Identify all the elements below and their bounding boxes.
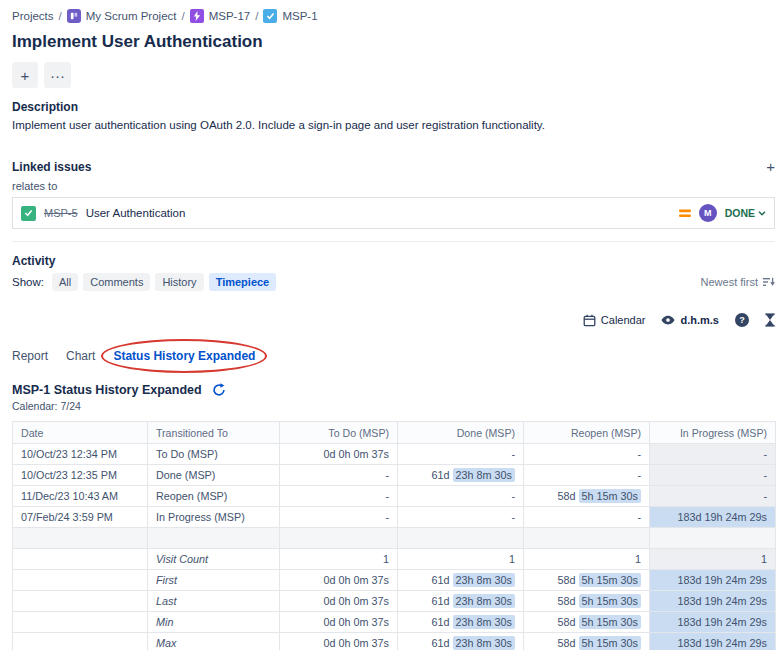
- cell-transition: To Do (MSP): [148, 444, 280, 465]
- cell-duration: -: [650, 465, 776, 486]
- cell-date: 10/Oct/23 12:35 PM: [13, 465, 148, 486]
- filter-comments[interactable]: Comments: [83, 273, 150, 291]
- refresh-button[interactable]: [212, 383, 226, 397]
- filter-timepiece[interactable]: Timepiece: [209, 273, 277, 291]
- cell-date: [13, 633, 148, 650]
- tab-report[interactable]: Report: [12, 345, 48, 367]
- cell-duration: 58d 5h 15m 30s: [524, 633, 650, 650]
- timepiece-logo-button[interactable]: [765, 313, 775, 327]
- breadcrumb-project[interactable]: My Scrum Project: [86, 10, 177, 22]
- cell-date: 11/Dec/23 10:43 AM: [13, 486, 148, 507]
- status-label: DONE: [725, 207, 755, 219]
- task-issue-icon: [263, 9, 277, 23]
- linked-issues-header: Linked issues +: [12, 159, 775, 174]
- cell-duration: 61d 23h 8m 30s: [398, 570, 524, 591]
- cell-duration: 1: [650, 549, 776, 570]
- section-divider: [12, 241, 775, 242]
- cell-duration: 183d 19h 24m 29s: [650, 612, 776, 633]
- cell-duration: 0d 0h 0m 37s: [280, 633, 398, 650]
- column-header: Reopen (MSP): [524, 422, 650, 444]
- activity-filter-row: Show: All Comments History Timepiece New…: [12, 273, 775, 291]
- time-format-control[interactable]: d.h.m.s: [661, 314, 719, 326]
- cell-duration: -: [524, 507, 650, 528]
- cell-duration: -: [280, 465, 398, 486]
- linked-issue-row[interactable]: MSP-5 User Authentication M DONE: [12, 197, 775, 229]
- linked-issue-summary[interactable]: User Authentication: [86, 207, 671, 219]
- cell-duration: -: [650, 486, 776, 507]
- breadcrumb-current-issue[interactable]: MSP-1: [282, 10, 317, 22]
- cell-duration: -: [398, 486, 524, 507]
- breadcrumb-parent-issue[interactable]: MSP-17: [209, 10, 251, 22]
- linked-issue-key[interactable]: MSP-5: [44, 207, 78, 219]
- breadcrumb: Projects / My Scrum Project / MSP-17 / M…: [12, 8, 775, 24]
- cell-duration: 0d 0h 0m 37s: [280, 444, 398, 465]
- status-dropdown[interactable]: DONE: [725, 207, 766, 219]
- cell-transition: In Progress (MSP): [148, 507, 280, 528]
- assignee-avatar: M: [699, 204, 717, 222]
- cell-duration: 61d 23h 8m 30s: [398, 591, 524, 612]
- eye-icon: [661, 315, 675, 325]
- refresh-icon: [212, 383, 226, 397]
- cell-duration: -: [398, 444, 524, 465]
- add-button[interactable]: +: [12, 62, 38, 88]
- cell-duration: [650, 528, 776, 549]
- cell-transition: First: [148, 570, 280, 591]
- cell-duration: 0d 0h 0m 37s: [280, 570, 398, 591]
- cell-transition: Visit Count: [148, 549, 280, 570]
- cell-duration: 183d 19h 24m 29s: [650, 591, 776, 612]
- time-format-label: d.h.m.s: [680, 314, 719, 326]
- cell-duration: 1: [398, 549, 524, 570]
- tab-chart[interactable]: Chart: [66, 345, 95, 367]
- add-link-button[interactable]: +: [766, 159, 775, 174]
- cell-duration: -: [524, 465, 650, 486]
- table-row: 07/Feb/24 3:59 PMIn Progress (MSP)---183…: [13, 507, 776, 528]
- table-row: Visit Count1111: [13, 549, 776, 570]
- filter-all[interactable]: All: [52, 273, 78, 291]
- description-body[interactable]: Implement user authentication using OAut…: [12, 119, 775, 131]
- epic-issue-icon: [190, 9, 204, 23]
- column-header: Done (MSP): [398, 422, 524, 444]
- cell-duration: 58d 5h 15m 30s: [524, 612, 650, 633]
- cell-duration: -: [650, 444, 776, 465]
- cell-duration: 58d 5h 15m 30s: [524, 486, 650, 507]
- cell-transition: [148, 528, 280, 549]
- cell-duration: 1: [280, 549, 398, 570]
- cell-duration: 0d 0h 0m 37s: [280, 591, 398, 612]
- page-title: Implement User Authentication: [12, 32, 775, 52]
- cell-duration: 61d 23h 8m 30s: [398, 612, 524, 633]
- activity-heading: Activity: [12, 254, 775, 268]
- help-icon: ?: [735, 313, 749, 327]
- column-header: Date: [13, 422, 148, 444]
- filter-history[interactable]: History: [155, 273, 203, 291]
- report-title: MSP-1 Status History Expanded: [12, 383, 202, 397]
- hourglass-icon: [765, 313, 775, 327]
- cell-transition: Last: [148, 591, 280, 612]
- table-row: 11/Dec/23 10:43 AMReopen (MSP)--58d 5h 1…: [13, 486, 776, 507]
- help-button[interactable]: ?: [735, 313, 749, 327]
- cell-duration: [524, 528, 650, 549]
- breadcrumb-projects[interactable]: Projects: [12, 10, 54, 22]
- cell-duration: 61d 23h 8m 30s: [398, 465, 524, 486]
- cell-duration: -: [280, 507, 398, 528]
- project-avatar-icon: [67, 9, 81, 23]
- priority-medium-icon: [679, 208, 691, 219]
- cell-transition: Done (MSP): [148, 465, 280, 486]
- status-history-table: DateTransitioned ToTo Do (MSP)Done (MSP)…: [12, 421, 776, 650]
- cell-duration: [398, 528, 524, 549]
- table-row: 10/Oct/23 12:34 PMTo Do (MSP)0d 0h 0m 37…: [13, 444, 776, 465]
- cell-duration: 183d 19h 24m 29s: [650, 507, 776, 528]
- cell-date: [13, 570, 148, 591]
- table-row: Min0d 0h 0m 37s61d 23h 8m 30s58d 5h 15m …: [13, 612, 776, 633]
- cell-transition: Max: [148, 633, 280, 650]
- cell-duration: 0d 0h 0m 37s: [280, 612, 398, 633]
- cell-duration: 183d 19h 24m 29s: [650, 633, 776, 650]
- calendar-control[interactable]: Calendar: [583, 314, 646, 327]
- tab-status-history-expanded[interactable]: Status History Expanded: [113, 345, 255, 367]
- more-actions-button[interactable]: ···: [44, 62, 71, 88]
- linked-issues-heading: Linked issues: [12, 160, 91, 174]
- report-title-row: MSP-1 Status History Expanded: [12, 383, 775, 397]
- sort-order-button[interactable]: Newest first: [701, 276, 775, 288]
- column-header: In Progress (MSP): [650, 422, 776, 444]
- link-relation-label: relates to: [12, 180, 775, 192]
- linked-issue-type-icon: [21, 206, 36, 221]
